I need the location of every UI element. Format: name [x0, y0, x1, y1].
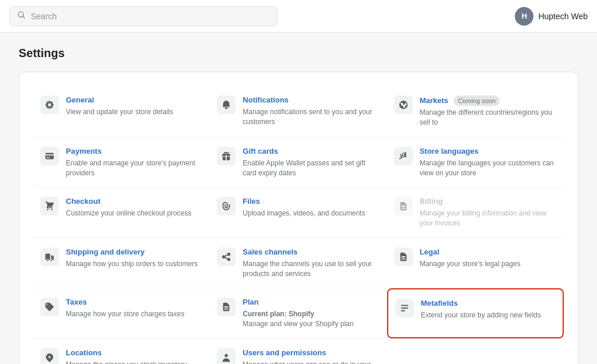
users-desc: Manage what users can see or do in your …	[243, 360, 380, 364]
payments-desc: Enable and manage your store's payment p…	[66, 158, 203, 178]
settings-grid: General View and update your store detai…	[33, 86, 564, 364]
globe-icon	[394, 96, 413, 114]
billing-desc: Manage your billing information and view…	[420, 208, 557, 228]
gift-cards-content: Gift cards Enable Apple Wallet passes an…	[243, 147, 380, 178]
settings-item-billing: Billing Manage your billing information …	[387, 188, 564, 237]
search-container[interactable]	[9, 6, 278, 26]
shipping-desc: Manage how you ship orders to customers	[66, 259, 203, 269]
settings-item-general[interactable]: General View and update your store detai…	[33, 86, 210, 137]
taxes-title: Taxes	[66, 298, 203, 308]
user-area: H Huptech Web	[515, 7, 588, 26]
store-languages-desc: Manage the languages your customers can …	[420, 158, 557, 178]
store-languages-content: Store languages Manage the languages you…	[420, 147, 557, 178]
locations-content: Locations Manage the places you stock in…	[66, 348, 203, 364]
checkout-desc: Customize your online checkout process	[66, 208, 203, 218]
search-icon	[17, 10, 26, 22]
translate-icon	[394, 147, 413, 165]
gift-cards-title: Gift cards	[243, 147, 380, 157]
notifications-title: Notifications	[243, 96, 380, 105]
location-icon	[40, 348, 59, 364]
coming-soon-badge: Coming soon	[454, 96, 500, 106]
settings-item-legal[interactable]: Legal Manage your store's legal pages	[387, 238, 564, 288]
payments-title: Payments	[66, 147, 203, 157]
user-name: Huptech Web	[538, 12, 588, 21]
search-input[interactable]	[31, 12, 270, 21]
gear-icon	[40, 96, 59, 114]
settings-item-taxes[interactable]: Taxes Manage how your store charges taxe…	[33, 288, 210, 338]
settings-item-users[interactable]: Users and permissions Manage what users …	[210, 339, 387, 364]
settings-item-files[interactable]: Files Upload images, videos, and documen…	[210, 188, 387, 237]
taxes-desc: Manage how your store charges taxes	[66, 309, 203, 319]
topbar: H Huptech Web	[0, 0, 597, 33]
settings-item-payments[interactable]: Payments Enable and manage your store's …	[33, 137, 210, 187]
legal-content: Legal Manage your store's legal pages	[420, 248, 557, 269]
page-title: Settings	[19, 47, 578, 60]
settings-item-notifications[interactable]: Notifications Manage notifications sent …	[210, 86, 387, 137]
general-content: General View and update your store detai…	[66, 96, 203, 117]
gift-icon	[217, 147, 236, 165]
settings-item-store-languages[interactable]: Store languages Manage the languages you…	[387, 137, 564, 187]
paperclip-icon	[217, 197, 236, 215]
receipt-icon	[394, 197, 413, 215]
shipping-content: Shipping and delivery Manage how you shi…	[66, 248, 203, 269]
settings-item-sales-channels[interactable]: Sales channels Manage the channels you u…	[210, 238, 387, 288]
metafields-title: Metafields	[421, 299, 556, 309]
settings-item-checkout[interactable]: Checkout Customize your online checkout …	[33, 188, 210, 237]
taxes-content: Taxes Manage how your store charges taxe…	[66, 298, 203, 319]
metafields-desc: Extend your store by adding new fields	[421, 310, 556, 320]
sales-channels-desc: Manage the channels you use to sell your…	[243, 259, 380, 279]
files-desc: Upload images, videos, and documents	[243, 208, 380, 218]
general-desc: View and update your store details	[66, 107, 203, 117]
share-icon	[217, 248, 236, 266]
settings-item-gift-cards[interactable]: Gift cards Enable Apple Wallet passes an…	[210, 137, 387, 187]
settings-item-markets[interactable]: Markets Coming soon Manage the different…	[387, 86, 564, 137]
shipping-title: Shipping and delivery	[66, 248, 203, 257]
truck-icon	[40, 248, 59, 266]
locations-title: Locations	[66, 348, 203, 358]
payments-content: Payments Enable and manage your store's …	[66, 147, 203, 178]
empty-cell	[387, 339, 564, 364]
plan-content: Plan Current plan: ShopifyManage and vie…	[243, 298, 380, 328]
locations-desc: Manage the places you stock inventory, f…	[66, 360, 203, 364]
card-icon	[40, 147, 59, 165]
metafields-content: Metafields Extend your store by adding n…	[421, 299, 556, 320]
settings-item-metafields[interactable]: Metafields Extend your store by adding n…	[387, 288, 564, 338]
markets-desc: Manage the different countries/regions y…	[420, 108, 557, 128]
document-icon	[394, 248, 413, 266]
main-content: Settings General View and update your st…	[0, 33, 597, 364]
markets-title: Markets Coming soon	[420, 96, 557, 106]
billing-content: Billing Manage your billing information …	[420, 197, 557, 228]
legal-desc: Manage your store's legal pages	[420, 259, 557, 269]
settings-item-locations[interactable]: Locations Manage the places you stock in…	[33, 339, 210, 364]
sales-channels-content: Sales channels Manage the channels you u…	[243, 248, 380, 278]
settings-item-plan[interactable]: Plan Current plan: ShopifyManage and vie…	[210, 288, 387, 338]
plan-title: Plan	[243, 298, 380, 308]
avatar: H	[515, 7, 533, 26]
plan-desc: Current plan: ShopifyManage and view you…	[243, 309, 380, 329]
settings-item-shipping[interactable]: Shipping and delivery Manage how you shi…	[33, 238, 210, 288]
sales-channels-title: Sales channels	[243, 248, 380, 257]
files-content: Files Upload images, videos, and documen…	[243, 197, 380, 218]
settings-card: General View and update your store detai…	[19, 72, 578, 364]
users-title: Users and permissions	[243, 348, 380, 358]
notifications-content: Notifications Manage notifications sent …	[243, 96, 380, 126]
legal-title: Legal	[420, 248, 557, 257]
cart-icon	[40, 197, 59, 215]
svg-line-1	[23, 16, 25, 19]
files-title: Files	[243, 197, 380, 207]
bell-icon	[217, 96, 236, 114]
markets-content: Markets Coming soon Manage the different…	[420, 96, 557, 128]
checkout-content: Checkout Customize your online checkout …	[66, 197, 203, 218]
notifications-desc: Manage notifications sent to you and you…	[243, 107, 380, 127]
store-languages-title: Store languages	[420, 147, 557, 157]
metafields-icon	[395, 299, 414, 317]
percent-icon	[40, 298, 59, 316]
users-content: Users and permissions Manage what users …	[243, 348, 380, 364]
checkout-title: Checkout	[66, 197, 203, 207]
billing-title: Billing	[420, 197, 557, 207]
gift-cards-desc: Enable Apple Wallet passes and set gift …	[243, 158, 380, 178]
user-icon	[217, 348, 236, 364]
plan-icon	[217, 298, 236, 316]
general-title: General	[66, 96, 203, 105]
